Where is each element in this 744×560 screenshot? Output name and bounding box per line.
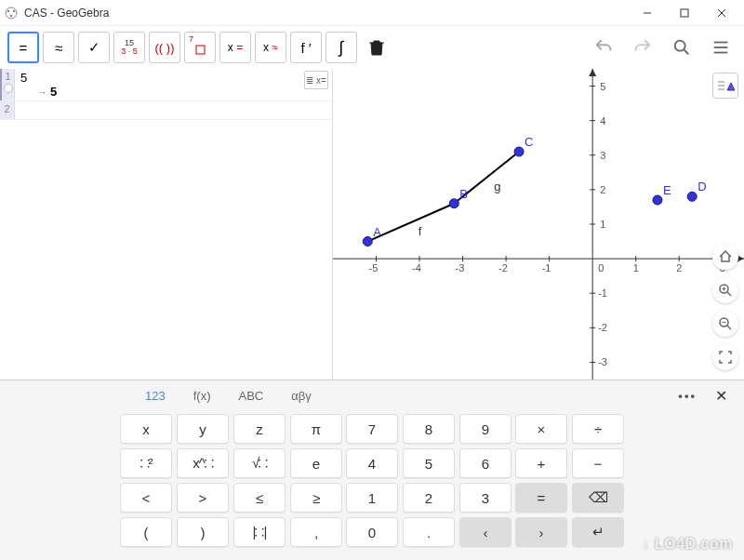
graphics-style-toggle[interactable]	[712, 73, 738, 99]
svg-text:1: 1	[600, 219, 605, 230]
kb-close-button[interactable]: ✕	[715, 387, 727, 405]
search-button[interactable]	[666, 32, 698, 63]
maximize-button[interactable]	[666, 1, 703, 25]
key-9[interactable]: 9	[459, 414, 512, 444]
svg-text:E: E	[663, 183, 671, 197]
kb-tab-abc-label: ABC	[238, 389, 263, 403]
svg-point-67	[514, 147, 524, 156]
key-minus[interactable]: −	[572, 448, 624, 478]
key-5[interactable]: 5	[403, 448, 455, 478]
key-z[interactable]: z	[233, 414, 286, 444]
kb-more-button[interactable]: •••	[678, 389, 697, 403]
svg-line-10	[684, 50, 689, 55]
key-1[interactable]: 1	[346, 483, 398, 513]
app-icon	[4, 6, 19, 20]
main-area: ≣ x= 1 5 5 2	[0, 69, 744, 380]
cas-row-index[interactable]: 2	[0, 101, 15, 119]
key-enter[interactable]: ↵	[572, 517, 624, 547]
key-3[interactable]: 3	[459, 483, 512, 513]
cas-row[interactable]: 1 5 5	[0, 69, 332, 101]
fullscreen-button[interactable]	[712, 344, 738, 370]
cas-style-toggle[interactable]: ≣ x=	[304, 71, 328, 89]
cas-cell-content[interactable]: 5 5	[15, 69, 332, 100]
cas-visibility-dot[interactable]	[4, 84, 13, 93]
zoom-out-button[interactable]	[712, 311, 738, 337]
svg-text:-3: -3	[456, 262, 465, 273]
key-square[interactable]: ⸬²	[120, 448, 172, 478]
svg-text:-1: -1	[598, 287, 607, 299]
key-gt[interactable]: >	[177, 483, 229, 513]
key-dot[interactable]: .	[403, 517, 455, 547]
tool-derivative[interactable]: f ′	[290, 32, 322, 63]
key-2[interactable]: 2	[403, 483, 455, 513]
titlebar: CAS - GeoGebra	[0, 0, 744, 26]
key-divide[interactable]: ÷	[572, 414, 624, 444]
key-right[interactable]: ›	[515, 517, 567, 547]
svg-text:D: D	[698, 180, 706, 193]
key-pi[interactable]: π	[290, 414, 342, 444]
key-sqrt[interactable]: √⸬	[233, 448, 286, 478]
key-lparen[interactable]: (	[120, 517, 172, 547]
keyboard-tabs: 123 f(x) ABC αβγ ••• ✕	[0, 380, 744, 410]
tool-solve[interactable]: x =	[219, 32, 251, 63]
svg-point-1	[7, 9, 10, 12]
kb-tab-fx[interactable]: f(x)	[182, 385, 222, 407]
key-rparen[interactable]: )	[177, 517, 229, 547]
key-0[interactable]: 0	[346, 517, 398, 547]
key-le[interactable]: ≤	[233, 483, 286, 513]
close-button[interactable]	[703, 1, 740, 25]
redo-button[interactable]	[627, 32, 658, 63]
key-e[interactable]: e	[290, 448, 342, 478]
key-equals[interactable]: =	[515, 483, 567, 513]
key-x[interactable]: x	[120, 414, 172, 444]
key-4[interactable]: 4	[346, 448, 398, 478]
graphics-view[interactable]: -5-4-3-2-10123-3-2-112345fgABCDE	[333, 69, 744, 380]
key-plus[interactable]: +	[515, 448, 567, 478]
svg-text:A: A	[373, 225, 381, 239]
key-ge[interactable]: ≥	[290, 483, 342, 513]
tool-substitute[interactable]: 7	[184, 32, 216, 63]
kb-tab-abc[interactable]: ABC	[227, 385, 274, 407]
home-view-button[interactable]	[712, 244, 738, 270]
kb-tab-greek[interactable]: αβγ	[280, 385, 323, 407]
tool-expand[interactable]: (( ))	[149, 32, 180, 63]
minimize-button[interactable]	[629, 1, 666, 25]
key-power[interactable]: x^⸬	[177, 448, 229, 478]
key-left[interactable]: ‹	[459, 517, 512, 547]
solve-label: x =	[228, 41, 243, 54]
key-backspace[interactable]: ⌫	[572, 483, 624, 513]
svg-text:5: 5	[600, 81, 605, 92]
key-lt[interactable]: <	[120, 483, 172, 513]
svg-point-65	[449, 199, 458, 208]
key-y[interactable]: y	[177, 414, 229, 444]
tool-evaluate[interactable]: =	[7, 32, 39, 63]
cas-input-1: 5	[20, 71, 326, 85]
key-6[interactable]: 6	[459, 448, 512, 478]
tool-numeric[interactable]: ≈	[43, 32, 74, 63]
kb-tab-123[interactable]: 123	[134, 385, 177, 407]
cas-row[interactable]: 2	[0, 101, 332, 120]
tool-keep-input[interactable]: ✓	[78, 32, 110, 63]
zoom-in-button[interactable]	[712, 277, 738, 303]
svg-text:0: 0	[598, 262, 604, 273]
tool-factor[interactable]: 153 · 5	[113, 32, 145, 63]
paren-label: (( ))	[155, 41, 175, 55]
svg-line-18	[727, 292, 731, 296]
key-8[interactable]: 8	[403, 414, 455, 444]
cas-row-index[interactable]: 1	[0, 69, 15, 100]
cas-cell-content[interactable]	[15, 101, 332, 119]
key-times[interactable]: ×	[515, 414, 567, 444]
key-comma[interactable]: ,	[290, 517, 342, 547]
check-label: ✓	[88, 39, 100, 56]
tool-integral[interactable]: ∫	[326, 32, 357, 63]
key-abs[interactable]: |⸬|	[233, 517, 286, 547]
menu-button[interactable]	[705, 32, 737, 63]
tool-delete[interactable]	[361, 32, 392, 63]
keyboard-grid: x y z π ⸬² x^⸬ √⸬ e < > ≤ ≥ ( ) |⸬| , 7 …	[0, 410, 744, 560]
graphics-panel[interactable]: -5-4-3-2-10123-3-2-112345fgABCDE	[333, 69, 744, 380]
tool-solve-numeric[interactable]: x ≈	[255, 32, 286, 63]
key-7[interactable]: 7	[346, 414, 398, 444]
svg-text:3: 3	[600, 150, 605, 161]
undo-button[interactable]	[588, 32, 619, 63]
kb-section-nums: 7 8 9 4 5 6 1 2 3 0 . ‹	[346, 414, 512, 551]
